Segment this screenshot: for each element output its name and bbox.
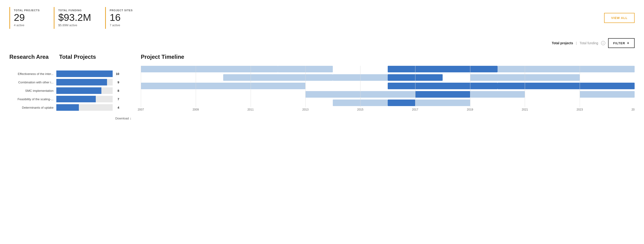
bar-row: Effectiveness of the inter... 10 [10, 71, 136, 77]
year-label: 2021 [522, 108, 528, 111]
timeline-segment [333, 74, 388, 81]
bar-fill [56, 79, 107, 86]
filter-label: FILTER [613, 41, 625, 45]
stat-total-projects: TOTAL PROJECTS 29 4 active [10, 7, 49, 29]
stat-funding-value: $93.2M [58, 13, 91, 22]
timeline-row [141, 100, 634, 106]
year-label: 2023 [577, 108, 583, 111]
bar-fill [56, 71, 113, 77]
bar-row: SMC implementation 8 [10, 87, 136, 94]
bar-container: 10 [56, 71, 113, 77]
bar-container: 9 [56, 79, 113, 86]
timeline-segment [278, 66, 333, 72]
timeline-segment [305, 91, 360, 98]
total-funding-toggle[interactable]: Total funding [580, 41, 598, 45]
bar-label: Effectiveness of the inter... [10, 72, 56, 76]
stat-funding-sub: $5.89M active [58, 23, 91, 27]
year-label: 2015 [357, 108, 364, 111]
stat-projects-value: 29 [14, 13, 40, 22]
timeline-segment [388, 83, 498, 89]
timeline-chart: 2007200920112013201520172019202120232025 [141, 66, 634, 113]
bar-fill [56, 96, 96, 102]
timeline-row [141, 91, 634, 98]
year-label: 2007 [138, 108, 144, 111]
year-label: 2013 [302, 108, 308, 111]
bar-container: 8 [56, 87, 113, 94]
bar-label: Feasibility of the scaling-... [10, 97, 56, 101]
bar-value: 10 [116, 72, 119, 76]
download-label: Download [115, 117, 129, 120]
left-section: Research Area Total Projects Effectivene… [10, 54, 136, 120]
timeline-segment [251, 83, 306, 89]
timeline-segment [141, 83, 251, 89]
year-label: 2017 [412, 108, 418, 111]
timeline-title: Project Timeline [141, 54, 634, 60]
right-section: Project Timeline 20072009201120132015201… [136, 54, 634, 120]
stat-funding-label: TOTAL FUNDING [58, 9, 91, 12]
bar-label: Determinants of uptake [10, 106, 56, 109]
download-arrow-icon: ↓ [130, 116, 132, 120]
bar-value: 9 [118, 81, 119, 84]
timeline-segment [498, 66, 634, 72]
stats-row: TOTAL PROJECTS 29 4 active TOTAL FUNDING… [10, 7, 634, 29]
timeline-row [141, 83, 634, 89]
year-label: 2019 [467, 108, 473, 111]
stat-projects-sub: 4 active [14, 23, 40, 27]
timeline-segment [333, 100, 388, 106]
main-content: Research Area Total Projects Effectivene… [10, 54, 634, 120]
bar-value: 8 [118, 89, 119, 93]
year-label: 2011 [247, 108, 254, 111]
bar-container: 7 [56, 96, 113, 102]
download-button[interactable]: Download ↓ [115, 116, 132, 120]
stat-projects-label: TOTAL PROJECTS [14, 9, 40, 12]
view-all-button[interactable]: VIEW ALL [604, 13, 634, 23]
toggle-row: Total projects | Total funding i FILTER … [10, 38, 634, 48]
timeline-segment [388, 100, 415, 106]
bar-container: 4 [56, 104, 113, 111]
timeline-segment [360, 91, 415, 98]
stat-total-funding: TOTAL FUNDING $93.2M $5.89M active [54, 7, 100, 29]
info-icon[interactable]: i [601, 41, 605, 45]
year-label: 2009 [192, 108, 199, 111]
timeline-rows [141, 66, 634, 106]
year-axis: 2007200920112013201520172019202120232025 [141, 108, 634, 113]
download-row: Download ↓ [10, 116, 136, 120]
timeline-segment [223, 74, 333, 81]
bar-value: 7 [118, 97, 119, 101]
timeline-row [141, 66, 634, 72]
bar-chart: Effectiveness of the inter... 10 Combina… [10, 71, 136, 113]
bar-label: SMC implementation [10, 89, 56, 93]
timeline-segment [498, 83, 634, 89]
stat-sites-sub: 7 active [110, 23, 132, 27]
timeline-segment [580, 91, 634, 98]
timeline-segment [415, 91, 470, 98]
bar-value: 4 [118, 106, 119, 109]
timeline-segment [141, 66, 278, 72]
research-area-title: Research Area [10, 54, 56, 60]
timeline-row [141, 74, 634, 81]
stat-sites-label: PROJECT SITES [110, 9, 132, 12]
stat-sites-value: 16 [110, 13, 132, 22]
bar-fill [56, 87, 102, 94]
timeline-segment [470, 74, 580, 81]
bar-fill [56, 104, 79, 111]
total-projects-toggle[interactable]: Total projects [552, 41, 573, 45]
filter-button[interactable]: FILTER + [608, 38, 634, 48]
toggle-separator: | [576, 41, 577, 45]
bar-row: Determinants of uptake 4 [10, 104, 136, 111]
bar-row: Feasibility of the scaling-... 7 [10, 96, 136, 102]
timeline-segment [470, 91, 525, 98]
stat-project-sites: PROJECT SITES 16 7 active [105, 7, 142, 29]
timeline-segment [388, 74, 443, 81]
total-projects-title: Total Projects [59, 54, 136, 60]
year-label: 2025 [632, 108, 634, 111]
plus-icon: + [627, 41, 630, 45]
bar-label: Combination with other i... [10, 81, 56, 84]
timeline-segment [415, 100, 470, 106]
bar-row: Combination with other i... 9 [10, 79, 136, 86]
timeline-segment [388, 66, 498, 72]
